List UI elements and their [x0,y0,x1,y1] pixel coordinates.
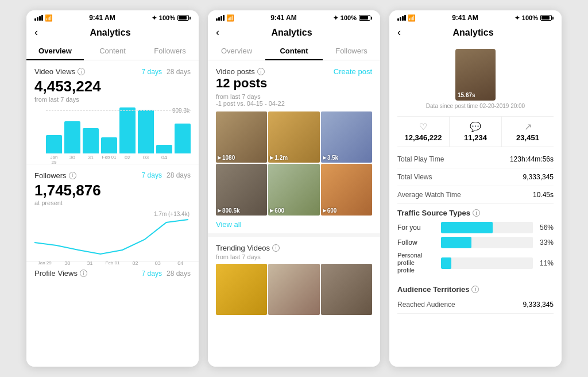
page-title-1: Analytics [44,28,177,38]
audience-info-icon[interactable]: i [471,286,479,293]
video-views-sublabel: from last 7 days [34,96,191,103]
time-buttons-vv: 7 days 28 days [142,68,191,76]
bar-5 [138,110,154,153]
trending-info-icon[interactable]: i [272,244,280,252]
followers-info-icon[interactable]: i [69,172,76,179]
view-all-button[interactable]: View all [208,216,380,233]
total-play-time-row: Total Play Time 123h:44m:56s [397,151,554,168]
traffic-follow-label: Follow [397,238,438,247]
bar-4 [119,107,136,153]
tab-followers-2[interactable]: Followers [323,42,380,60]
nav-bar-1: ‹ Analytics [26,24,199,42]
bar-chart: 909.3k Jan29 30 [34,107,191,159]
traffic-follow-bar [441,237,533,248]
grid-item-1[interactable]: ▶ 1.2m [268,111,319,163]
tab-followers-1[interactable]: Followers [141,42,199,60]
traffic-foryou-label: For you [397,224,438,232]
ll-2: 31 [80,260,100,266]
ll-3: Feb 01 [102,260,122,266]
wifi-icon-2: 📶 [226,14,234,22]
status-right-1: ✦ 100% [152,14,191,22]
back-button-1[interactable]: ‹ [34,26,38,39]
grid-item-2[interactable]: ▶ 3.5k [321,111,372,163]
trending-item-2[interactable] [321,264,372,315]
traffic-profile-fill [441,257,451,269]
stat-shares: ↗ 23,451 [501,117,554,147]
phone-content: 📶 9:41 AM ✦ 100% ‹ Analytics Overview Co… [208,10,380,367]
status-right-2: ✦ 100% [333,14,372,22]
play-icon-3: ▶ [218,208,221,213]
followers-header: Followers i 7 days 28 days [34,171,191,180]
grid-overlay-2: ▶ 3.5k [323,155,338,161]
overview-content: Video Views i 7 days 28 days 4,453,224 f… [26,60,199,367]
posts-count: 12 posts [216,76,267,91]
line-chart-label: 1.7m (+13.4k) [154,211,189,217]
video-grid: ▶ 1080 ▶ 1.2m ▶ 3.5k [216,111,372,216]
traffic-info-icon[interactable]: i [473,209,480,217]
battery-icon-2 [359,15,372,21]
play-icon-4: ▶ [270,208,273,213]
trending-thumb-1 [268,264,319,315]
grid-overlay-0: ▶ 1080 [218,155,235,161]
trending-thumb-0 [216,264,267,315]
profile-views-info-icon[interactable]: i [80,270,87,277]
profile-views-title: Profile Views i [34,269,87,278]
grid-item-5[interactable]: ▶ 600 [321,164,372,215]
video-posts-info-icon[interactable]: i [257,68,265,75]
traffic-foryou-fill [441,222,493,233]
28days-btn-vv[interactable]: 28 days [167,68,191,76]
stat-likes: ♡ 12,346,222 [397,117,449,147]
grid-item-0[interactable]: ▶ 1080 [216,111,267,163]
play-icon-5: ▶ [323,208,326,213]
battery-icon-3 [540,15,554,21]
content-scroll: Video posts i 12 posts Create post from … [208,60,380,367]
tabs-2: Overview Content Followers [208,42,380,60]
audience-title: Audience Territories i [397,285,554,294]
tab-overview-2[interactable]: Overview [208,42,265,60]
total-views-value: 9,333,345 [523,173,554,181]
back-button-3[interactable]: ‹ [397,26,401,39]
grid-item-3[interactable]: ▶ 800.5k [216,164,267,215]
video-views-number: 4,453,224 [34,78,191,95]
bar-label-1: 30 [64,155,80,165]
grid-overlay-4: ▶ 600 [270,207,284,214]
bar-1 [64,121,80,153]
traffic-profile-label: Personal profileprofile [397,252,438,275]
post-thumbnail: 15.67s Data since post time 02-20-2019 2… [389,42,562,113]
7days-btn-pv[interactable]: 7 days [142,270,162,278]
create-post-button[interactable]: Create post [334,67,372,76]
status-right-3: ✦ 100% [514,14,554,22]
tab-content-1[interactable]: Content [84,42,141,60]
7days-btn-vv[interactable]: 7 days [142,68,162,76]
grid-item-4[interactable]: ▶ 600 [268,164,319,215]
stat-comments: 💬 11,234 [449,117,501,147]
status-bar-2: 📶 9:41 AM ✦ 100% [208,10,380,24]
total-play-time-value: 123h:44m:56s [510,155,554,163]
video-views-info-icon[interactable]: i [78,68,85,75]
status-left-1: 📶 [34,14,53,22]
28days-btn-f[interactable]: 28 days [167,171,191,179]
traffic-profile-bar [441,257,533,269]
bar-label-0: Jan29 [46,155,62,165]
traffic-title: Traffic Source Types i [397,209,554,217]
wifi-icon: 📶 [45,14,53,22]
trending-item-0[interactable] [216,264,267,315]
nav-bar-2: ‹ Analytics [208,24,380,42]
back-button-2[interactable]: ‹ [216,26,219,39]
trending-title: Trending Videos i [216,244,372,252]
bar-label-5: 03 [138,155,154,165]
trending-item-1[interactable] [268,264,319,315]
7days-btn-f[interactable]: 7 days [142,171,162,179]
play-icon-2: ▶ [323,155,326,160]
traffic-follow-pct: 33% [536,238,554,247]
bluetooth-icon-2: ✦ [333,14,338,22]
traffic-section: Traffic Source Types i For you 56% Follo… [389,204,562,283]
followers-title: Followers i [34,171,76,180]
bar-3 [101,137,117,153]
ll-6: 04 [171,260,191,266]
tab-content-2[interactable]: Content [265,42,323,60]
detail-content: 15.67s Data since post time 02-20-2019 2… [389,42,562,367]
tab-overview-1[interactable]: Overview [26,42,84,60]
28days-btn-pv[interactable]: 28 days [167,270,191,278]
total-views-label: Total Views [397,173,432,181]
